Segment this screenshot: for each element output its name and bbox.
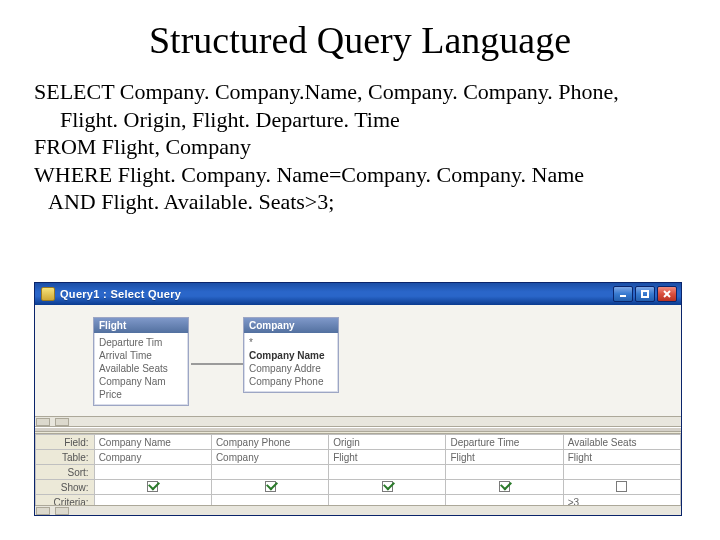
window-title: Query1 : Select Query [60, 288, 611, 300]
grid-cell[interactable]: Flight [563, 450, 680, 465]
table-field[interactable]: * [249, 336, 333, 349]
table-header-company: Company [244, 318, 338, 333]
grid-cell[interactable]: Company [211, 450, 328, 465]
sql-text-block: SELECT Company. Company.Name, Company. C… [34, 78, 686, 216]
grid-cell[interactable] [446, 495, 563, 506]
grid-cell[interactable]: Flight [446, 450, 563, 465]
grid-cell[interactable] [94, 495, 211, 506]
grid-scrollbar[interactable] [35, 505, 681, 515]
grid-cell[interactable] [446, 465, 563, 480]
row-label-field: Field: [36, 435, 95, 450]
sql-line-1b: Flight. Origin, Flight. Departure. Time [34, 106, 686, 134]
sql-line-3: WHERE Flight. Company. Name=Company. Com… [34, 161, 686, 189]
grid-cell[interactable] [329, 465, 446, 480]
show-checkbox[interactable] [147, 481, 158, 492]
table-header-flight: Flight [94, 318, 188, 333]
table-field[interactable]: Price [99, 388, 183, 401]
grid-cell[interactable] [563, 480, 680, 495]
maximize-button[interactable] [635, 286, 655, 302]
scroll-right-icon[interactable] [55, 418, 69, 426]
sql-line-4: AND Flight. Available. Seats>3; [34, 188, 686, 216]
row-label-criteria: Criteria: [36, 495, 95, 506]
grid-cell[interactable]: >3 [563, 495, 680, 506]
row-label-show: Show: [36, 480, 95, 495]
upper-scrollbar[interactable] [35, 416, 681, 426]
grid-cell[interactable]: Origin [329, 435, 446, 450]
row-label-sort: Sort: [36, 465, 95, 480]
minimize-button[interactable] [613, 286, 633, 302]
grid-cell[interactable] [329, 495, 446, 506]
grid-cell[interactable] [94, 465, 211, 480]
tables-pane[interactable]: Flight Departure Tim Arrival Time Availa… [35, 305, 681, 427]
grid-cell[interactable]: Company Name [94, 435, 211, 450]
sql-line-1: SELECT Company. Company.Name, Company. C… [34, 78, 686, 106]
grid-cell[interactable] [94, 480, 211, 495]
show-checkbox[interactable] [616, 481, 627, 492]
window-titlebar[interactable]: Query1 : Select Query [35, 283, 681, 305]
grid-cell[interactable] [211, 465, 328, 480]
table-field[interactable]: Company Addre [249, 362, 333, 375]
table-card-flight[interactable]: Flight Departure Tim Arrival Time Availa… [93, 317, 189, 406]
grid-cell[interactable] [329, 480, 446, 495]
close-button[interactable] [657, 286, 677, 302]
grid-cell[interactable] [211, 495, 328, 506]
row-label-table: Table: [36, 450, 95, 465]
pane-splitter[interactable] [35, 427, 681, 432]
table-field[interactable]: Company Phone [249, 375, 333, 388]
table-field[interactable]: Departure Tim [99, 336, 183, 349]
grid-cell[interactable] [211, 480, 328, 495]
scroll-left-icon[interactable] [36, 507, 50, 515]
table-field[interactable]: Company Nam [99, 375, 183, 388]
grid-cell[interactable] [563, 465, 680, 480]
slide-title: Structured Query Language [0, 18, 720, 62]
show-checkbox[interactable] [499, 481, 510, 492]
design-grid[interactable]: Field: Company Name Company Phone Origin… [35, 433, 681, 505]
grid-cell[interactable]: Company [94, 450, 211, 465]
table-card-company[interactable]: Company * Company Name Company Addre Com… [243, 317, 339, 393]
scroll-left-icon[interactable] [36, 418, 50, 426]
table-field[interactable]: Company Name [249, 349, 333, 362]
query-icon [41, 287, 55, 301]
grid-cell[interactable]: Available Seats [563, 435, 680, 450]
svg-rect-1 [642, 291, 648, 297]
scroll-right-icon[interactable] [55, 507, 69, 515]
query-design-window: Query1 : Select Query Flight Departure T… [34, 282, 682, 516]
show-checkbox[interactable] [265, 481, 276, 492]
grid-cell[interactable]: Company Phone [211, 435, 328, 450]
show-checkbox[interactable] [382, 481, 393, 492]
grid-cell[interactable] [446, 480, 563, 495]
grid-cell[interactable]: Departure Time [446, 435, 563, 450]
join-line[interactable] [191, 363, 243, 365]
table-field[interactable]: Arrival Time [99, 349, 183, 362]
table-field[interactable]: Available Seats [99, 362, 183, 375]
grid-cell[interactable]: Flight [329, 450, 446, 465]
sql-line-2: FROM Flight, Company [34, 133, 686, 161]
